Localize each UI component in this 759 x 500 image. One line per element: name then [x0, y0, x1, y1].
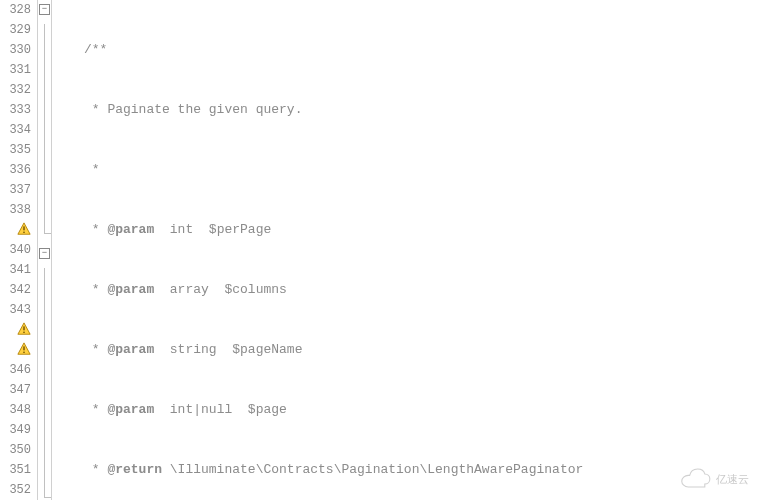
line-number: 334: [0, 120, 31, 140]
fold-guide[interactable]: [38, 84, 51, 104]
warning-icon: [0, 340, 31, 360]
fold-guide[interactable]: [38, 124, 51, 144]
fold-end[interactable]: [38, 224, 51, 244]
code-line: * @param int $perPage: [84, 220, 759, 240]
svg-rect-0: [23, 226, 24, 230]
line-number: 335: [0, 140, 31, 160]
code-line: * @param array $columns: [84, 280, 759, 300]
line-number-gutter: 3283293303313323333343353363373383403413…: [0, 0, 38, 500]
fold-guide[interactable]: [38, 408, 51, 428]
fold-toggle[interactable]: −: [38, 248, 51, 268]
code-line: * @param string $pageName: [84, 340, 759, 360]
line-number: 346: [0, 360, 31, 380]
svg-rect-1: [23, 232, 24, 233]
fold-guide[interactable]: [38, 368, 51, 388]
fold-guide[interactable]: [38, 104, 51, 124]
fold-guide[interactable]: [38, 164, 51, 184]
code-line: * @param int|null $page: [84, 400, 759, 420]
line-number: 331: [0, 60, 31, 80]
line-number: 336: [0, 160, 31, 180]
svg-rect-3: [23, 332, 24, 333]
line-number: 338: [0, 200, 31, 220]
fold-guide[interactable]: [38, 308, 51, 328]
warning-icon: [0, 320, 31, 340]
fold-guide[interactable]: [38, 448, 51, 468]
fold-guide[interactable]: [38, 184, 51, 204]
fold-toggle[interactable]: −: [38, 4, 51, 24]
fold-end[interactable]: [38, 488, 51, 500]
fold-guide[interactable]: [38, 64, 51, 84]
svg-rect-4: [23, 346, 24, 350]
code-area[interactable]: /** * Paginate the given query. * * @par…: [82, 0, 759, 500]
line-number: 342: [0, 280, 31, 300]
line-number: 343: [0, 300, 31, 320]
code-line: * @return \Illuminate\Contracts\Paginati…: [84, 460, 759, 480]
line-number: 337: [0, 180, 31, 200]
fold-column[interactable]: −−: [38, 0, 52, 500]
fold-guide[interactable]: [38, 428, 51, 448]
svg-rect-2: [23, 326, 24, 330]
line-number: 341: [0, 260, 31, 280]
fold-guide[interactable]: [38, 44, 51, 64]
line-number: 350: [0, 440, 31, 460]
fold-guide[interactable]: [38, 328, 51, 348]
fold-guide[interactable]: [38, 204, 51, 224]
line-number: 348: [0, 400, 31, 420]
line-number: 330: [0, 40, 31, 60]
line-number: 333: [0, 100, 31, 120]
line-number: 328: [0, 0, 31, 20]
fold-guide[interactable]: [38, 24, 51, 44]
editor-margin: [52, 0, 82, 500]
fold-guide[interactable]: [38, 468, 51, 488]
line-number: 351: [0, 460, 31, 480]
code-line: *: [84, 160, 759, 180]
warning-icon: [0, 220, 31, 240]
code-line: /**: [84, 40, 759, 60]
fold-guide[interactable]: [38, 348, 51, 368]
code-editor: 3283293303313323333343353363373383403413…: [0, 0, 759, 500]
line-number: 349: [0, 420, 31, 440]
fold-guide[interactable]: [38, 144, 51, 164]
fold-guide[interactable]: [38, 388, 51, 408]
fold-guide[interactable]: [38, 288, 51, 308]
line-number: 332: [0, 80, 31, 100]
line-number: 347: [0, 380, 31, 400]
fold-guide[interactable]: [38, 268, 51, 288]
line-number: 340: [0, 240, 31, 260]
line-number: 352: [0, 480, 31, 500]
code-line: * Paginate the given query.: [84, 100, 759, 120]
svg-rect-5: [23, 352, 24, 353]
line-number: 329: [0, 20, 31, 40]
